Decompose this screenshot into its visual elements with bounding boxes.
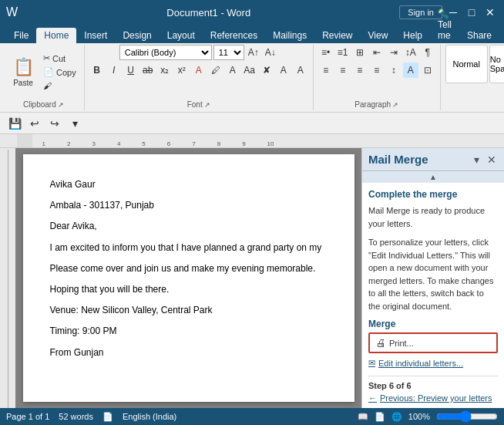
tab-review[interactable]: Review [314, 28, 360, 43]
align-justify-button[interactable]: ≡ [369, 62, 385, 78]
subscript-button[interactable]: x₂ [157, 62, 173, 78]
align-center-button[interactable]: ≡ [335, 62, 351, 78]
numbering-button[interactable]: ≡1 [335, 45, 351, 60]
grow-font-button[interactable]: A [276, 62, 291, 78]
font-label: Font ↗ [187, 99, 210, 110]
highlight-button[interactable]: 🖊 [208, 62, 223, 78]
paragraph-label: Paragraph ↗ [354, 99, 398, 110]
line-5: Please come over and join us and make my… [50, 261, 328, 276]
clipboard-small-buttons: ✂Cut 📄Copy 🖌 [40, 52, 79, 92]
borders-button[interactable]: ⊡ [420, 62, 435, 78]
tab-insert[interactable]: Insert [76, 28, 115, 43]
styles-group: Normal No Spacing Heading 1 Heading 2 ▾ … [441, 45, 504, 110]
quick-access-dropdown[interactable]: ▾ [66, 115, 83, 132]
merge-label: Merge [368, 319, 498, 329]
restore-button[interactable]: □ [464, 5, 479, 20]
left-margin [0, 148, 15, 408]
scroll-up-icon: ▲ [429, 173, 437, 181]
clipboard-expand-icon[interactable]: ↗ [58, 101, 64, 109]
tab-mailings[interactable]: Mailings [265, 28, 314, 43]
cut-button[interactable]: ✂Cut [40, 52, 79, 65]
panel-close-button[interactable]: ✕ [486, 153, 498, 166]
font-color2-button[interactable]: A [225, 62, 240, 78]
section-title: Complete the merge [368, 189, 498, 200]
shading-button[interactable]: A [403, 62, 418, 78]
panel-menu-button[interactable]: ▾ [470, 153, 482, 166]
step-text: Step 6 of 6 [368, 381, 498, 390]
superscript-button[interactable]: x² [174, 62, 190, 78]
paragraph-expand-icon[interactable]: ↗ [392, 101, 398, 109]
tab-share[interactable]: Share [459, 28, 499, 43]
save-icon: 💾 [8, 117, 22, 130]
paragraph-group: ≡• ≡1 ⊞ ⇤ ⇥ ↕A ¶ ≡ ≡ ≡ ≡ ↕ A ⊡ Paragraph… [314, 45, 441, 110]
change-case-button[interactable]: Aa [242, 62, 257, 78]
bold-button[interactable]: B [89, 62, 105, 78]
font-expand-icon[interactable]: ↗ [204, 101, 210, 109]
align-right-button[interactable]: ≡ [352, 62, 368, 78]
view-print-btn[interactable]: 📄 [375, 412, 385, 422]
increase-indent-button[interactable]: ⇥ [386, 45, 402, 60]
paste-button[interactable]: 📋 Paste [8, 49, 39, 95]
ruler: 1 2 3 4 5 6 7 8 9 10 [0, 134, 504, 148]
font-group: Calibri (Body) 11 A↑ A↓ B I U ab x₂ x² A… [85, 45, 314, 110]
view-web-btn[interactable]: 🌐 [391, 412, 402, 422]
ribbon: 📋 Paste ✂Cut 📄Copy 🖌 Clipboard ↗ Calibri… [0, 43, 504, 113]
font-color-button[interactable]: A [191, 62, 207, 78]
tab-home[interactable]: Home [36, 28, 76, 43]
style-no-spacing[interactable]: No Spacing [489, 45, 504, 83]
line-spacing-button[interactable]: ↕ [386, 62, 402, 78]
instructions-text: To personalize your letters, click "Edit… [368, 236, 498, 312]
tab-references[interactable]: References [203, 28, 265, 43]
clear-formatting-button[interactable]: ✘ [259, 62, 274, 78]
styles-content: Normal No Spacing Heading 1 Heading 2 ▾ [445, 45, 504, 83]
document-area[interactable]: Avika Gaur Ambala - 301137, Punjab Dear … [15, 148, 361, 408]
panel-scroll-up[interactable]: ▲ [362, 171, 504, 183]
step-section: Step 6 of 6 ← Previous: Preview your let… [368, 376, 498, 403]
sort-button[interactable]: ↕A [403, 45, 418, 60]
align-left-button[interactable]: ≡ [318, 62, 334, 78]
edit-icon: ✉ [368, 358, 375, 368]
prev-step-button[interactable]: ← Previous: Preview your letters [368, 393, 498, 403]
strikethrough-button[interactable]: ab [140, 62, 156, 78]
print-button[interactable]: 🖨 Print... [368, 332, 498, 353]
panel-controls: ▾ ✕ [470, 153, 498, 166]
ready-text: Mail Merge is ready to produce your lett… [368, 204, 498, 230]
tab-design[interactable]: Design [115, 28, 159, 43]
font-family-select[interactable]: Calibri (Body) [119, 45, 212, 60]
tab-layout[interactable]: Layout [160, 28, 203, 43]
multilevel-button[interactable]: ⊞ [352, 45, 368, 60]
style-normal[interactable]: Normal [445, 45, 488, 83]
main-area: Avika Gaur Ambala - 301137, Punjab Dear … [0, 148, 504, 408]
decrease-font-button[interactable]: A↓ [263, 45, 278, 60]
status-right: 📖 📄 🌐 100% [358, 412, 498, 422]
view-read-btn[interactable]: 📖 [358, 412, 368, 422]
edit-label: Edit individual letters... [378, 359, 463, 368]
word-count: 52 words [59, 412, 93, 422]
ruler-content: 1 2 3 4 5 6 7 8 9 10 [17, 134, 274, 147]
decrease-indent-button[interactable]: ⇤ [369, 45, 385, 60]
copy-icon: 📄 [43, 67, 54, 77]
document-page[interactable]: Avika Gaur Ambala - 301137, Punjab Dear … [23, 154, 354, 402]
increase-font-button[interactable]: A↑ [246, 45, 261, 60]
underline-button[interactable]: U [123, 62, 139, 78]
format-painter-button[interactable]: 🖌 [40, 79, 79, 92]
tab-help[interactable]: Help [395, 28, 430, 43]
copy-button[interactable]: 📄Copy [40, 66, 79, 79]
show-marks-button[interactable]: ¶ [420, 45, 435, 60]
zoom-slider[interactable] [436, 412, 498, 421]
title-bar-left: W [6, 5, 18, 19]
italic-button[interactable]: I [106, 62, 122, 78]
tab-file[interactable]: File [6, 28, 36, 43]
paragraph-content: ≡• ≡1 ⊞ ⇤ ⇥ ↕A ¶ ≡ ≡ ≡ ≡ ↕ A ⊡ [318, 45, 435, 99]
edit-letters-button[interactable]: ✉ Edit individual letters... [368, 356, 498, 369]
font-size-select[interactable]: 11 [213, 45, 244, 60]
save-button[interactable]: 💾 [6, 115, 23, 132]
shrink-font-button[interactable]: A [293, 62, 308, 78]
redo-button[interactable]: ↪ [46, 115, 63, 132]
print-icon: 🖨 [376, 337, 386, 349]
close-button[interactable]: ✕ [482, 5, 498, 20]
tab-tellme[interactable]: 🔦 Tell me [430, 6, 459, 43]
tab-view[interactable]: View [361, 28, 396, 43]
undo-button[interactable]: ↩ [26, 115, 43, 132]
bullets-button[interactable]: ≡• [318, 45, 334, 60]
